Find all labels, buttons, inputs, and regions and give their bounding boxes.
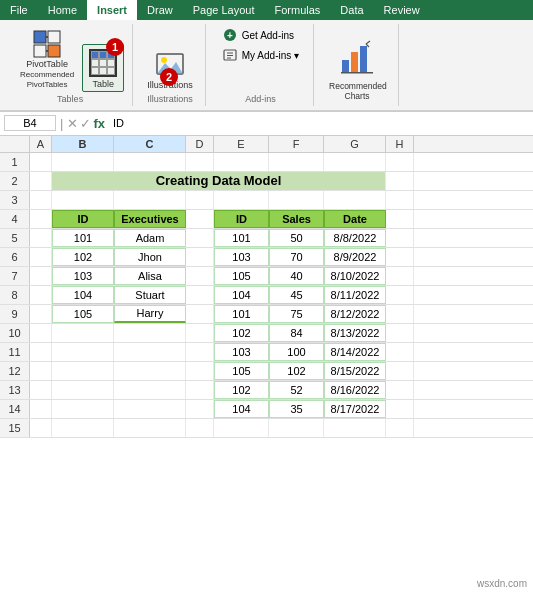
cell-b14[interactable] — [52, 400, 114, 418]
cell-h10[interactable] — [386, 324, 414, 342]
cell-h1[interactable] — [386, 153, 414, 171]
cell-b12[interactable] — [52, 362, 114, 380]
insert-function-icon[interactable]: fx — [93, 116, 105, 131]
cell-reference-box[interactable] — [4, 115, 56, 131]
cell-h15[interactable] — [386, 419, 414, 437]
cell-d10[interactable] — [186, 324, 214, 342]
cell-e13[interactable]: 102 — [214, 381, 269, 399]
cell-a14[interactable] — [30, 400, 52, 418]
cell-a2[interactable] — [30, 172, 52, 190]
cancel-formula-icon[interactable]: ✕ — [67, 116, 78, 131]
cell-h2[interactable] — [386, 172, 414, 190]
cell-g4-header[interactable]: Date — [324, 210, 386, 228]
cell-e11[interactable]: 103 — [214, 343, 269, 361]
tab-data[interactable]: Data — [330, 0, 373, 20]
cell-d15[interactable] — [186, 419, 214, 437]
cell-b7[interactable]: 103 — [52, 267, 114, 285]
cell-a4[interactable] — [30, 210, 52, 228]
cell-a3[interactable] — [30, 191, 52, 209]
cell-g9[interactable]: 8/12/2022 — [324, 305, 386, 323]
confirm-formula-icon[interactable]: ✓ — [80, 116, 91, 131]
cell-a12[interactable] — [30, 362, 52, 380]
cell-f5[interactable]: 50 — [269, 229, 324, 247]
cell-c11[interactable] — [114, 343, 186, 361]
cell-f14[interactable]: 35 — [269, 400, 324, 418]
cell-g11[interactable]: 8/14/2022 — [324, 343, 386, 361]
cell-h11[interactable] — [386, 343, 414, 361]
cell-c6[interactable]: Jhon — [114, 248, 186, 266]
cell-d5[interactable] — [186, 229, 214, 247]
cell-e10[interactable]: 102 — [214, 324, 269, 342]
cell-d9[interactable] — [186, 305, 214, 323]
cell-f9[interactable]: 75 — [269, 305, 324, 323]
cell-c13[interactable] — [114, 381, 186, 399]
cell-h12[interactable] — [386, 362, 414, 380]
cell-b4-header[interactable]: ID — [52, 210, 114, 228]
cell-g5[interactable]: 8/8/2022 — [324, 229, 386, 247]
cell-h13[interactable] — [386, 381, 414, 399]
cell-e4-header[interactable]: ID — [214, 210, 269, 228]
cell-e8[interactable]: 104 — [214, 286, 269, 304]
cell-d7[interactable] — [186, 267, 214, 285]
cell-f13[interactable]: 52 — [269, 381, 324, 399]
cell-b9[interactable]: 105 — [52, 305, 114, 323]
cell-e14[interactable]: 104 — [214, 400, 269, 418]
tab-file[interactable]: File — [0, 0, 38, 20]
cell-d3[interactable] — [186, 191, 214, 209]
cell-h9[interactable] — [386, 305, 414, 323]
cell-a15[interactable] — [30, 419, 52, 437]
cell-h6[interactable] — [386, 248, 414, 266]
cell-c3[interactable] — [114, 191, 186, 209]
cell-a6[interactable] — [30, 248, 52, 266]
pivot-table-button[interactable]: PivotTableRecommendedPivotTables — [16, 26, 78, 92]
cell-b11[interactable] — [52, 343, 114, 361]
cell-e7[interactable]: 105 — [214, 267, 269, 285]
cell-b1[interactable] — [52, 153, 114, 171]
cell-c14[interactable] — [114, 400, 186, 418]
cell-h7[interactable] — [386, 267, 414, 285]
cell-f4-header[interactable]: Sales — [269, 210, 324, 228]
tab-home[interactable]: Home — [38, 0, 87, 20]
cell-g1[interactable] — [324, 153, 386, 171]
cell-b2-title[interactable]: Creating Data Model — [52, 172, 386, 190]
cell-e3[interactable] — [214, 191, 269, 209]
cell-e5[interactable]: 101 — [214, 229, 269, 247]
cell-d4[interactable] — [186, 210, 214, 228]
cell-d6[interactable] — [186, 248, 214, 266]
cell-f7[interactable]: 40 — [269, 267, 324, 285]
cell-d12[interactable] — [186, 362, 214, 380]
cell-d8[interactable] — [186, 286, 214, 304]
cell-c4-header[interactable]: Executives — [114, 210, 186, 228]
cell-f10[interactable]: 84 — [269, 324, 324, 342]
cell-d14[interactable] — [186, 400, 214, 418]
tab-draw[interactable]: Draw — [137, 0, 183, 20]
cell-g3[interactable] — [324, 191, 386, 209]
cell-h14[interactable] — [386, 400, 414, 418]
cell-g7[interactable]: 8/10/2022 — [324, 267, 386, 285]
tab-formulas[interactable]: Formulas — [265, 0, 331, 20]
cell-f3[interactable] — [269, 191, 324, 209]
cell-c1[interactable] — [114, 153, 186, 171]
cell-g14[interactable]: 8/17/2022 — [324, 400, 386, 418]
cell-d13[interactable] — [186, 381, 214, 399]
cell-e1[interactable] — [214, 153, 269, 171]
cell-e12[interactable]: 105 — [214, 362, 269, 380]
cell-b6[interactable]: 102 — [52, 248, 114, 266]
cell-f11[interactable]: 100 — [269, 343, 324, 361]
cell-c9[interactable]: Harry — [114, 305, 186, 323]
get-addins-button[interactable]: + Get Add-ins — [216, 26, 305, 44]
cell-h5[interactable] — [386, 229, 414, 247]
cell-a5[interactable] — [30, 229, 52, 247]
cell-c10[interactable] — [114, 324, 186, 342]
cell-g6[interactable]: 8/9/2022 — [324, 248, 386, 266]
cell-g15[interactable] — [324, 419, 386, 437]
cell-a9[interactable] — [30, 305, 52, 323]
cell-a8[interactable] — [30, 286, 52, 304]
cell-a10[interactable] — [30, 324, 52, 342]
cell-b15[interactable] — [52, 419, 114, 437]
cell-h3[interactable] — [386, 191, 414, 209]
my-addins-button[interactable]: My Add-ins ▾ — [216, 46, 305, 64]
cell-e6[interactable]: 103 — [214, 248, 269, 266]
cell-f12[interactable]: 102 — [269, 362, 324, 380]
cell-d11[interactable] — [186, 343, 214, 361]
